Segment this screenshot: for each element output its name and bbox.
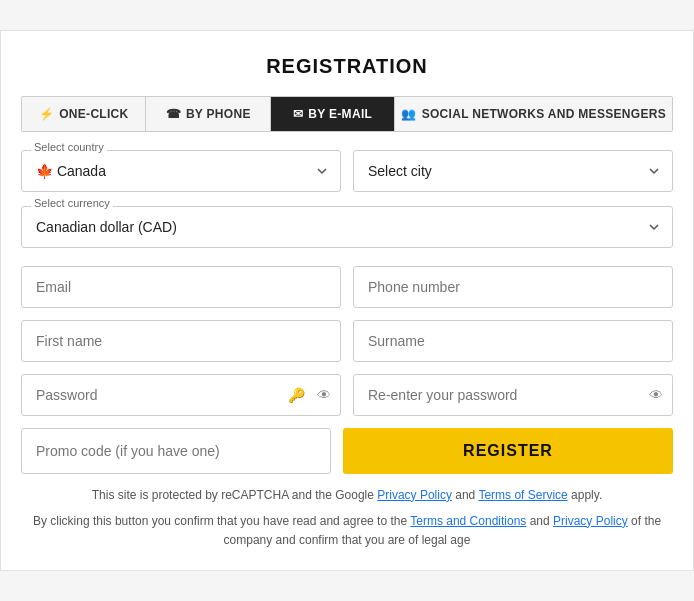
- tab-one-click[interactable]: ⚡ ONE-CLICK: [22, 97, 146, 131]
- reenter-password-wrapper: 👁: [353, 374, 673, 416]
- city-field: Select city: [353, 150, 673, 192]
- first-name-input[interactable]: [21, 320, 341, 362]
- tab-by-phone-label: BY PHONE: [186, 107, 251, 121]
- flash-icon: ⚡: [39, 107, 54, 121]
- city-select[interactable]: Select city: [353, 150, 673, 192]
- tab-by-phone[interactable]: ☎ BY PHONE: [146, 97, 270, 131]
- country-field: Select country 🍁 Canada: [21, 150, 341, 192]
- phone-input[interactable]: [353, 266, 673, 308]
- tab-by-email[interactable]: ✉ BY E-MAIL: [271, 97, 395, 131]
- page-title: REGISTRATION: [21, 55, 673, 78]
- agree-notice: By clicking this button you confirm that…: [21, 512, 673, 550]
- agree-and2: and: [526, 514, 553, 528]
- email-field-wrapper: [21, 266, 341, 308]
- terms-conditions-link[interactable]: Terms and Conditions: [410, 514, 526, 528]
- tabs: ⚡ ONE-CLICK ☎ BY PHONE ✉ BY E-MAIL 👥 SOC…: [21, 96, 673, 132]
- email-phone-row: [21, 266, 673, 308]
- surname-wrapper: [353, 320, 673, 362]
- promo-input[interactable]: [21, 428, 331, 474]
- agree-text-1: By clicking this button you confirm that…: [33, 514, 410, 528]
- people-icon: 👥: [401, 107, 416, 121]
- currency-field: Select currency Canadian dollar (CAD): [21, 206, 673, 248]
- captcha-and: and: [452, 488, 478, 502]
- captcha-apply: apply.: [568, 488, 602, 502]
- promo-wrapper: [21, 428, 331, 474]
- promo-register-row: REGISTER: [21, 428, 673, 474]
- registration-container: REGISTRATION ⚡ ONE-CLICK ☎ BY PHONE ✉ BY…: [0, 30, 694, 571]
- privacy-policy-link[interactable]: Privacy Policy: [377, 488, 452, 502]
- tab-one-click-label: ONE-CLICK: [59, 107, 128, 121]
- tab-social[interactable]: 👥 SOCIAL NETWORKS AND MESSENGERS: [395, 97, 672, 131]
- country-label: Select country: [31, 141, 107, 153]
- name-row: [21, 320, 673, 362]
- country-city-row: Select country 🍁 Canada Select city: [21, 150, 673, 192]
- surname-input[interactable]: [353, 320, 673, 362]
- currency-select[interactable]: Canadian dollar (CAD): [21, 206, 673, 248]
- email-input[interactable]: [21, 266, 341, 308]
- reenter-password-input[interactable]: [353, 374, 673, 416]
- captcha-text: This site is protected by reCAPTCHA and …: [92, 488, 377, 502]
- phone-field-wrapper: [353, 266, 673, 308]
- eye-icon-reenter[interactable]: 👁: [649, 387, 663, 403]
- email-icon: ✉: [293, 107, 303, 121]
- password-wrapper: 🔑 👁: [21, 374, 341, 416]
- privacy-policy2-link[interactable]: Privacy Policy: [553, 514, 628, 528]
- captcha-notice: This site is protected by reCAPTCHA and …: [21, 488, 673, 502]
- password-row: 🔑 👁 👁: [21, 374, 673, 416]
- first-name-wrapper: [21, 320, 341, 362]
- tab-social-label: SOCIAL NETWORKS AND MESSENGERS: [422, 107, 666, 121]
- tab-by-email-label: BY E-MAIL: [308, 107, 372, 121]
- key-icon: 🔑: [288, 387, 305, 403]
- terms-of-service-link[interactable]: Terms of Service: [478, 488, 567, 502]
- phone-icon: ☎: [166, 107, 181, 121]
- eye-icon[interactable]: 👁: [317, 387, 331, 403]
- register-button[interactable]: REGISTER: [343, 428, 673, 474]
- currency-label: Select currency: [31, 197, 113, 209]
- country-select[interactable]: 🍁 Canada: [21, 150, 341, 192]
